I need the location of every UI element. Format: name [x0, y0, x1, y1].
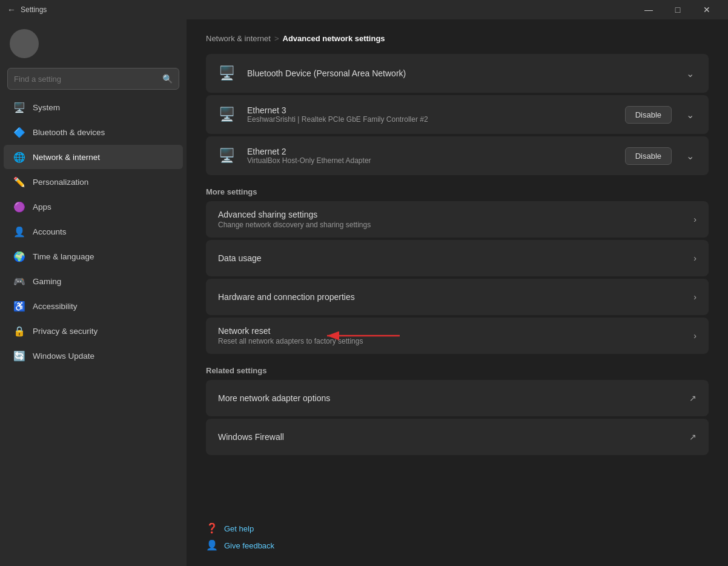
- adapter-row-ethernet2: 🖥️ Ethernet 2 VirtualBox Host-Only Ether…: [206, 136, 709, 175]
- sidebar-item-personalization[interactable]: ✏️ Personalization: [4, 170, 183, 194]
- more-settings-heading: More settings: [206, 187, 709, 196]
- system-icon: 🖥️: [13, 101, 25, 113]
- time-icon: 🌍: [13, 250, 25, 262]
- adapter-expand-btn-ethernet3[interactable]: ⌄: [681, 107, 699, 123]
- row-title-more-adapter-options: More network adapter options: [218, 393, 689, 403]
- close-button[interactable]: ✕: [693, 0, 721, 19]
- search-input[interactable]: [14, 75, 162, 84]
- footer-link-label-give-feedback: Give feedback: [224, 541, 274, 550]
- row-text-windows-firewall: Windows Firewall: [218, 432, 689, 442]
- maximize-button[interactable]: □: [664, 0, 692, 19]
- sidebar-item-privacy[interactable]: 🔒 Privacy & security: [4, 319, 183, 343]
- row-subtitle-advanced-sharing: Change network discovery and sharing set…: [218, 221, 693, 229]
- title-bar-controls: — □ ✕: [635, 0, 721, 19]
- settings-row-windows-firewall[interactable]: Windows Firewall ↗: [206, 419, 709, 455]
- sidebar-label-apps: Apps: [33, 202, 51, 211]
- sidebar-item-gaming[interactable]: 🎮 Gaming: [4, 269, 183, 293]
- adapter-info-ethernet2: Ethernet 2 VirtualBox Host-Only Ethernet…: [247, 147, 615, 165]
- adapter-list: 🖥️ Bluetooth Device (Personal Area Netwo…: [206, 54, 709, 175]
- accounts-icon: 👤: [13, 225, 25, 238]
- sidebar-item-update[interactable]: 🔄 Windows Update: [4, 344, 183, 368]
- adapter-name-ethernet3: Ethernet 3: [247, 105, 615, 115]
- footer-links: ❓ Get help 👤 Give feedback: [187, 513, 728, 566]
- adapter-row-ethernet3: 🖥️ Ethernet 3 EeshwarSrishti | Realtek P…: [206, 95, 709, 134]
- avatar: [10, 29, 39, 58]
- row-title-windows-firewall: Windows Firewall: [218, 432, 689, 442]
- row-text-advanced-sharing: Advanced sharing settings Change network…: [218, 210, 693, 229]
- adapter-disable-btn-ethernet3[interactable]: Disable: [625, 106, 672, 124]
- adapter-expand-btn-ethernet2[interactable]: ⌄: [681, 148, 699, 164]
- sidebar-item-system[interactable]: 🖥️ System: [4, 95, 183, 119]
- title-bar: ← Settings — □ ✕: [0, 0, 728, 19]
- sidebar-item-accounts[interactable]: 👤 Accounts: [4, 219, 183, 244]
- adapter-name-bluetooth-pan: Bluetooth Device (Personal Area Network): [247, 68, 672, 78]
- gaming-icon: 🎮: [13, 275, 25, 287]
- ethernet2-icon: 🖥️: [216, 148, 237, 164]
- search-box[interactable]: 🔍: [7, 68, 179, 90]
- sidebar-label-time: Time & language: [33, 252, 94, 261]
- sidebar-label-privacy: Privacy & security: [33, 327, 98, 336]
- row-title-advanced-sharing: Advanced sharing settings: [218, 210, 693, 219]
- sidebar-item-network[interactable]: 🌐 Network & internet: [4, 145, 183, 169]
- bluetooth-pan-icon: 🖥️: [216, 65, 237, 81]
- row-title-hw-connection: Hardware and connection properties: [218, 292, 693, 302]
- sidebar-label-accessibility: Accessibility: [33, 302, 78, 311]
- sidebar-label-network: Network & internet: [33, 153, 100, 162]
- related-settings-list: More network adapter options ↗ Windows F…: [206, 380, 709, 455]
- breadcrumb-separator: >: [274, 34, 279, 43]
- breadcrumb: Network & internet > Advanced network se…: [206, 34, 709, 43]
- title-bar-left: ← Settings: [7, 5, 47, 15]
- sidebar-label-gaming: Gaming: [33, 277, 61, 286]
- sidebar-label-accounts: Accounts: [33, 227, 67, 236]
- adapter-disable-btn-ethernet2[interactable]: Disable: [625, 147, 672, 165]
- external-link-icon-windows-firewall: ↗: [689, 432, 697, 442]
- get-help-icon: ❓: [206, 522, 218, 534]
- bluetooth-icon: 🔷: [13, 126, 25, 138]
- breadcrumb-parent[interactable]: Network & internet: [206, 34, 271, 43]
- settings-row-network-reset[interactable]: Network reset Reset all network adapters…: [206, 318, 709, 354]
- adapter-expand-btn-bluetooth-pan[interactable]: ⌄: [681, 65, 699, 82]
- settings-row-advanced-sharing[interactable]: Advanced sharing settings Change network…: [206, 201, 709, 238]
- settings-row-hw-connection[interactable]: Hardware and connection properties ›: [206, 279, 709, 315]
- chevron-icon-network-reset: ›: [693, 331, 697, 341]
- footer-link-get-help[interactable]: ❓ Get help: [206, 522, 709, 534]
- adapter-desc-ethernet2: VirtualBox Host-Only Ethernet Adapter: [247, 156, 615, 165]
- breadcrumb-current: Advanced network settings: [283, 34, 385, 43]
- adapter-name-ethernet2: Ethernet 2: [247, 147, 615, 156]
- accessibility-icon: ♿: [13, 300, 25, 312]
- sidebar: 🔍 🖥️ System 🔷 Bluetooth & devices 🌐 Netw…: [0, 19, 187, 566]
- title-bar-title: Settings: [21, 5, 47, 14]
- chevron-icon-hw-connection: ›: [693, 292, 697, 302]
- personalization-icon: ✏️: [13, 176, 25, 188]
- sidebar-item-apps[interactable]: 🟣 Apps: [4, 195, 183, 219]
- related-settings-heading: Related settings: [206, 366, 709, 375]
- content-area: Network & internet > Advanced network se…: [187, 19, 728, 566]
- give-feedback-icon: 👤: [206, 539, 218, 551]
- settings-row-more-adapter-options[interactable]: More network adapter options ↗: [206, 380, 709, 416]
- external-link-icon-more-adapter-options: ↗: [689, 393, 697, 403]
- row-text-hw-connection: Hardware and connection properties: [218, 292, 693, 302]
- sidebar-label-system: System: [33, 103, 60, 112]
- app-body: 🔍 🖥️ System 🔷 Bluetooth & devices 🌐 Netw…: [0, 19, 728, 566]
- sidebar-item-time[interactable]: 🌍 Time & language: [4, 244, 183, 268]
- sidebar-label-personalization: Personalization: [33, 178, 88, 187]
- row-text-network-reset: Network reset Reset all network adapters…: [218, 326, 693, 345]
- adapter-info-bluetooth-pan: Bluetooth Device (Personal Area Network): [247, 68, 672, 78]
- row-subtitle-network-reset: Reset all network adapters to factory se…: [218, 337, 693, 345]
- content-body: 🖥️ Bluetooth Device (Personal Area Netwo…: [187, 54, 728, 513]
- settings-row-data-usage[interactable]: Data usage ›: [206, 240, 709, 276]
- chevron-icon-data-usage: ›: [693, 253, 697, 263]
- adapter-info-ethernet3: Ethernet 3 EeshwarSrishti | Realtek PCIe…: [247, 105, 615, 124]
- nav-list: 🖥️ System 🔷 Bluetooth & devices 🌐 Networ…: [0, 95, 187, 368]
- privacy-icon: 🔒: [13, 325, 25, 337]
- adapter-row-bluetooth-pan: 🖥️ Bluetooth Device (Personal Area Netwo…: [206, 54, 709, 93]
- footer-link-give-feedback[interactable]: 👤 Give feedback: [206, 539, 709, 551]
- adapter-desc-ethernet3: EeshwarSrishti | Realtek PCIe GbE Family…: [247, 115, 615, 124]
- back-icon[interactable]: ←: [7, 5, 16, 15]
- apps-icon: 🟣: [13, 201, 25, 213]
- sidebar-label-bluetooth: Bluetooth & devices: [33, 128, 105, 137]
- sidebar-item-accessibility[interactable]: ♿ Accessibility: [4, 294, 183, 318]
- minimize-button[interactable]: —: [635, 0, 663, 19]
- sidebar-profile: [0, 19, 187, 65]
- sidebar-item-bluetooth[interactable]: 🔷 Bluetooth & devices: [4, 120, 183, 144]
